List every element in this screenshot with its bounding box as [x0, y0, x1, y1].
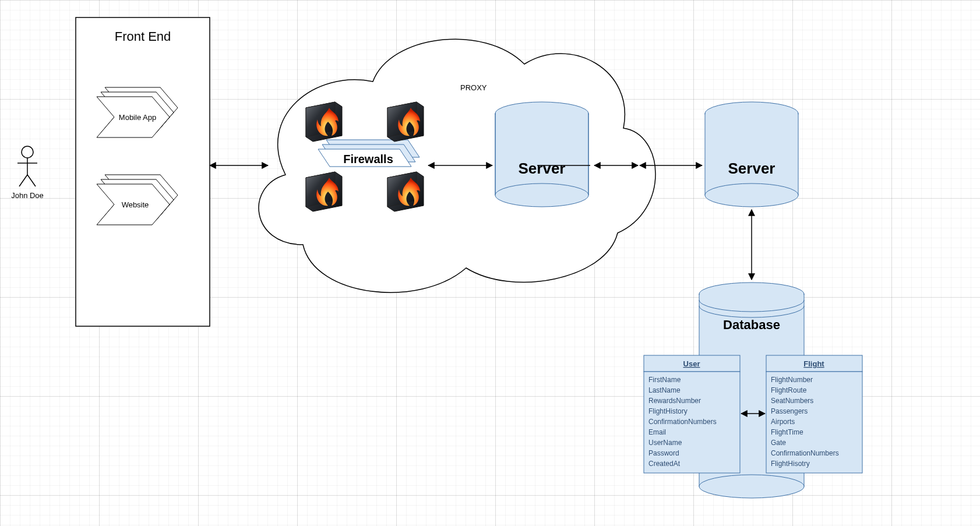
svg-rect-19 [700, 293, 803, 295]
svg-line-3 [19, 175, 27, 186]
firewall-icon [306, 172, 342, 211]
svg-rect-15 [706, 112, 798, 115]
table-field: FlightHistory [648, 407, 688, 415]
table-field: FlightTime [771, 428, 803, 436]
svg-rect-13 [705, 114, 798, 195]
table-field: FlightRoute [771, 386, 807, 394]
server-cloud: Server [495, 102, 588, 207]
svg-point-14 [705, 183, 798, 207]
mobile-app-label: Mobile App [119, 113, 156, 122]
table-field: UserName [648, 439, 682, 447]
frontend-box: Front End Mobile App Website [76, 17, 210, 326]
table-field: Gate [771, 439, 786, 447]
svg-point-18 [699, 475, 804, 498]
firewall-icon [387, 172, 424, 211]
firewall-icon [387, 102, 424, 142]
table-field: FlightNumber [771, 376, 813, 384]
actor-label: John Doe [11, 191, 44, 200]
server-external-label: Server [728, 160, 775, 177]
table-field: SeatNumbers [771, 397, 813, 405]
table-user: User FirstNameLastNameRewardsNumberFligh… [644, 355, 740, 473]
svg-line-4 [27, 175, 36, 186]
firewalls-label: Firewalls [343, 153, 393, 165]
table-field: Airports [771, 418, 795, 426]
table-user-title: User [683, 359, 700, 368]
svg-rect-11 [496, 112, 588, 115]
table-field: RewardsNumber [648, 397, 701, 405]
table-field: FlightHisotry [771, 460, 810, 468]
table-flight-title: Flight [803, 359, 824, 368]
table-field: Passengers [771, 407, 808, 415]
proxy-label: PROXY [460, 83, 487, 92]
table-field: CreatedAt [648, 460, 681, 468]
svg-rect-7 [495, 114, 588, 195]
actor-john-doe: John Doe [11, 146, 44, 200]
table-flight: Flight FlightNumberFlightRouteSeatNumber… [766, 355, 862, 473]
server-external: Server [705, 102, 798, 207]
svg-point-10 [495, 183, 588, 207]
table-field: LastName [648, 386, 681, 394]
svg-point-0 [22, 146, 33, 158]
table-field: Password [648, 449, 679, 457]
table-field: ConfirmationNumbers [771, 449, 839, 457]
table-field: Email [648, 428, 666, 436]
table-field: ConfirmationNumbers [648, 418, 717, 426]
table-field: FirstName [648, 376, 681, 384]
frontend-title: Front End [115, 29, 171, 44]
firewall-icon [306, 102, 342, 142]
svg-rect-5 [76, 17, 210, 326]
database-label: Database [723, 317, 780, 332]
website-label: Website [122, 200, 149, 209]
server-cloud-label: Server [519, 160, 566, 177]
